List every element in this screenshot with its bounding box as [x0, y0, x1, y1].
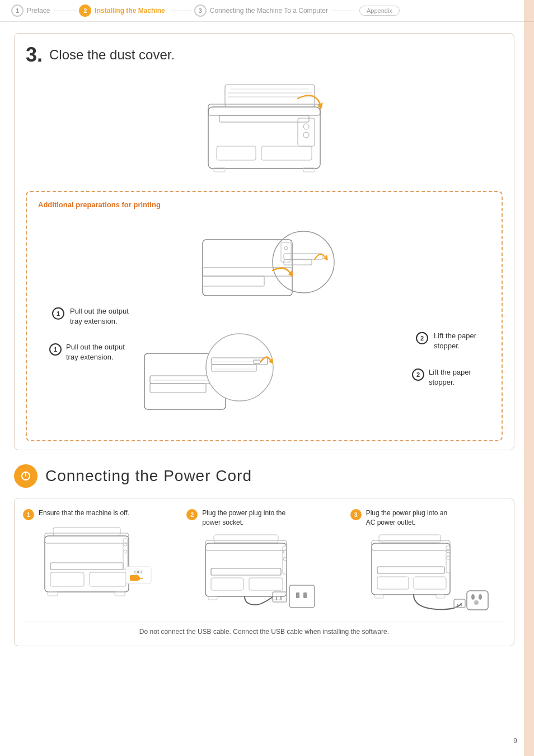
svg-rect-67	[289, 585, 315, 608]
power-note-text: Do not connect the USB cable. Connect th…	[139, 628, 389, 636]
svg-point-7	[303, 124, 309, 129]
svg-rect-57	[205, 540, 287, 550]
svg-rect-68	[296, 592, 299, 598]
power-step-3: 3 Plug the power plug into an AC power o…	[350, 508, 505, 613]
power-note: Do not connect the USB cable. Connect th…	[23, 622, 505, 636]
power-step-2: 2 Plug the power plug into the power soc…	[186, 508, 341, 613]
step1-circle: 1	[11, 4, 24, 17]
power-step-1: 1 Ensure that the machine is off.	[23, 508, 178, 613]
power-step3-illustration	[350, 532, 505, 613]
svg-rect-27	[150, 384, 206, 393]
svg-rect-73	[372, 543, 450, 595]
power-step2-illustration	[186, 532, 341, 613]
tray-illustration	[186, 223, 343, 314]
svg-rect-10	[217, 146, 256, 160]
power-step1-num: 1	[23, 509, 34, 520]
svg-rect-75	[379, 535, 441, 542]
svg-point-85	[471, 594, 475, 600]
svg-point-86	[479, 594, 482, 600]
main-content: 3. Close the dust cover.	[0, 22, 534, 657]
power-step3-text: Plug the power plug into an AC power out…	[366, 508, 447, 528]
step1-label: Preface	[27, 7, 50, 15]
tray-svg	[186, 223, 343, 312]
machine-off-svg: OFF	[39, 525, 162, 606]
nav-connector-3	[332, 11, 355, 11]
svg-rect-54	[48, 592, 58, 596]
svg-point-24	[284, 246, 288, 250]
power-step3-num: 3	[350, 509, 362, 520]
step3-header: 3. Close the dust cover.	[26, 45, 503, 65]
ac-outlet-svg	[363, 532, 492, 613]
power-icon	[20, 470, 31, 482]
step3-title: Close the dust cover.	[49, 47, 175, 63]
nav-connector-1	[54, 11, 77, 11]
svg-rect-11	[261, 146, 312, 160]
power-socket-svg	[200, 532, 329, 613]
navigation-bar: 1 Preface 2 Installing the Machine 3 Con…	[0, 0, 534, 22]
svg-rect-41	[45, 536, 129, 592]
svg-rect-49	[90, 572, 126, 586]
svg-rect-52	[130, 575, 139, 581]
power-step3-header: 3 Plug the power plug into an AC power o…	[350, 508, 447, 528]
step3-label: Connecting the Machine To a Computer	[210, 7, 328, 15]
power-step1-text: Ensure that the machine is off.	[39, 508, 129, 518]
svg-point-47	[124, 550, 127, 553]
nav-connector-2	[170, 11, 192, 11]
svg-rect-83	[436, 595, 445, 598]
power-step1-illustration: OFF	[23, 525, 178, 606]
power-steps-container: 1 Ensure that the machine is off.	[23, 508, 505, 613]
svg-rect-58	[214, 535, 278, 543]
svg-rect-44	[50, 563, 123, 570]
svg-rect-56	[205, 543, 287, 596]
step2-circle: 2	[79, 4, 91, 17]
svg-rect-12	[214, 167, 225, 172]
tray-detail-svg	[116, 320, 284, 426]
svg-point-78	[447, 549, 450, 553]
svg-rect-0	[208, 107, 320, 169]
svg-text:OFF: OFF	[134, 570, 143, 575]
right-accent-bar	[524, 0, 534, 756]
prep-step1-num: 1	[49, 343, 62, 356]
step3-box: 3. Close the dust cover.	[14, 33, 514, 450]
appendix-tab[interactable]: Appendix	[359, 6, 400, 16]
svg-rect-2	[225, 85, 315, 107]
svg-rect-48	[50, 572, 84, 586]
svg-rect-5	[219, 115, 309, 122]
svg-point-8	[303, 132, 309, 138]
svg-rect-84	[467, 591, 488, 610]
svg-rect-76	[377, 567, 444, 573]
power-step2-header: 2 Plug the power plug into the power soc…	[186, 508, 285, 528]
printer-dust-cover-svg	[175, 73, 354, 180]
nav-step-3[interactable]: 3 Connecting the Machine To a Computer	[194, 4, 328, 17]
nav-step-1[interactable]: 1 Preface	[11, 4, 50, 17]
svg-rect-13	[303, 167, 315, 172]
power-cord-box: 1 Ensure that the machine is off.	[14, 498, 514, 646]
power-step2-num: 2	[186, 509, 198, 520]
power-section-title: Connecting the Power Cord	[45, 467, 252, 485]
prep-layout: 1 Pull out the output tray extension.	[38, 320, 490, 432]
prep-step1-circle: 1	[52, 307, 64, 319]
svg-rect-81	[414, 577, 446, 589]
svg-rect-70	[273, 592, 287, 602]
power-orange-circle	[14, 464, 38, 488]
svg-point-87	[474, 600, 479, 605]
svg-rect-82	[374, 595, 383, 598]
svg-rect-59	[211, 568, 281, 575]
page-number: 9	[513, 737, 517, 745]
svg-point-79	[447, 556, 450, 559]
power-step1-header: 1 Ensure that the machine is off.	[23, 508, 129, 520]
svg-rect-80	[377, 577, 409, 589]
step2-label: Installing the Machine	[95, 7, 165, 15]
svg-rect-63	[211, 578, 243, 590]
svg-rect-64	[249, 578, 283, 590]
svg-point-32	[206, 334, 273, 401]
svg-rect-69	[303, 592, 307, 598]
svg-rect-43	[53, 528, 120, 535]
power-step2-text: Plug the power plug into the power socke…	[202, 508, 285, 528]
power-section-header: Connecting the Power Cord	[14, 464, 514, 488]
svg-rect-88	[454, 599, 465, 608]
additional-preparations-title: Additional preparations for printing	[38, 200, 490, 209]
nav-step-2[interactable]: 2 Installing the Machine	[79, 4, 165, 17]
additional-preparations-box: Additional preparations for printing	[26, 191, 503, 441]
svg-rect-17	[203, 276, 264, 286]
